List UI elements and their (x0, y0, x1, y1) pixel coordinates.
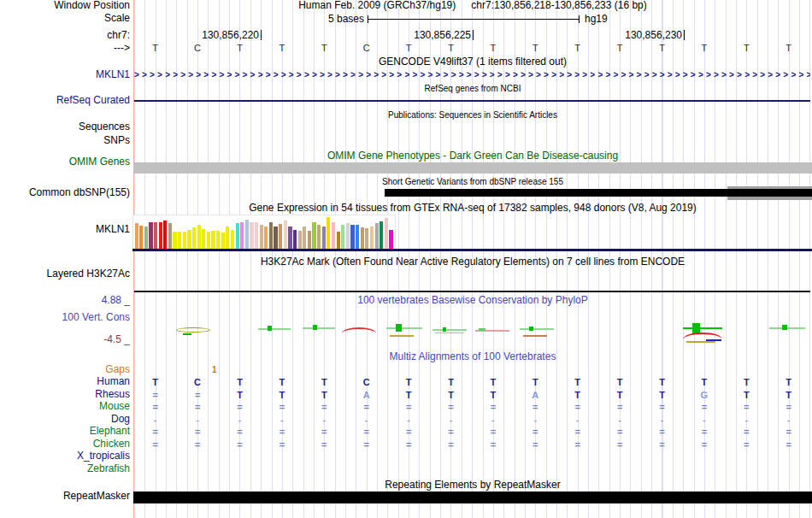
alignment-cell: = (782, 402, 796, 412)
alignment-cell: = (317, 402, 331, 412)
dbsnp-label: Common dbSNP(155) (0, 187, 130, 198)
alignment-cell: G (697, 390, 711, 400)
gtex-tissue-bar (260, 225, 263, 249)
alignment-cell: = (233, 427, 247, 437)
ruler-tick-label: 130,856,220 (180, 29, 259, 41)
gtex-tissue-bar (380, 221, 383, 249)
alignment-cell: = (656, 427, 669, 437)
species-label-rhesus[interactable]: Rhesus (0, 389, 130, 400)
gtex-tissue-bar (163, 221, 167, 249)
repeatmasker-bar[interactable] (133, 492, 812, 503)
refseq-curated-label[interactable]: RefSeq Curated (0, 95, 130, 106)
gtex-tissue-bar (211, 231, 215, 249)
window-position-value: Human Feb. 2009 (GRCh37/hg19)chr7:130,85… (134, 0, 811, 11)
gtex-tissue-bar (375, 223, 379, 249)
gtex-tissue-bar (322, 227, 326, 249)
alignment-cell: = (317, 439, 331, 450)
species-label-human[interactable]: Human (0, 376, 130, 387)
omim-genes-label[interactable]: OMIM Genes (0, 156, 130, 168)
dbsnp-track-title: Short Genetic Variants from dbSNP releas… (134, 176, 811, 187)
species-label-elephant[interactable]: Elephant (0, 426, 130, 437)
sequence-base: T (149, 43, 162, 53)
sequence-base: T (571, 43, 585, 53)
refseq-gene-line[interactable] (134, 100, 810, 102)
gtex-tissue-bar (327, 217, 330, 249)
sequence-base: T (317, 43, 331, 53)
species-label-gaps[interactable]: Gaps (0, 364, 130, 375)
alignment-cell: - (402, 415, 415, 425)
alignment-cell: - (697, 415, 711, 425)
genome-browser: Window Position Human Feb. 2009 (GRCh37/… (0, 0, 812, 518)
gtex-gene-label[interactable]: MKLN1 (0, 224, 130, 235)
omim-gene-bar[interactable] (133, 162, 812, 174)
alignment-cell: = (739, 439, 753, 450)
species-label-chicken[interactable]: Chicken (0, 439, 130, 450)
phylop-mark (303, 327, 335, 329)
gtex-tissue-bar (385, 218, 388, 249)
ruler-tick-mark (684, 30, 685, 40)
gtex-tissue-bar (332, 222, 335, 249)
sequence-base: T (233, 43, 247, 53)
alignment-cell: = (275, 439, 289, 450)
alignment-cell: = (613, 402, 627, 412)
scale-bar-left-tick (368, 15, 368, 23)
alignment-cell: = (656, 402, 669, 412)
sequence-base: T (739, 43, 753, 53)
alignment-cell: T (444, 390, 458, 400)
alignment-cell: - (656, 415, 669, 425)
position-range: chr7:130,856,218-130,856,233 (16 bp) (471, 0, 647, 11)
alignment-cell: = (360, 439, 374, 450)
gtex-tissue-bar (178, 232, 181, 249)
ruler-tick-mark (261, 30, 262, 40)
sequence-base: T (613, 43, 627, 53)
phylop-label[interactable]: 100 Vert. Cons (0, 312, 130, 323)
publications-track-title: Publications: Sequences in Scientific Ar… (134, 109, 811, 121)
gtex-tissue-bar (183, 232, 186, 249)
alignment-cell: = (697, 427, 711, 437)
alignment-cell: - (613, 415, 627, 425)
sequence-base: T (528, 43, 542, 53)
gtex-tissue-bar (341, 225, 344, 249)
alignment-cell: T (233, 377, 247, 387)
species-label-dog[interactable]: Dog (0, 414, 130, 425)
phylop-mark (686, 341, 715, 343)
gtex-tissue-bar (312, 222, 315, 249)
alignment-cell: = (275, 402, 289, 412)
gtex-tissue-bar (370, 227, 374, 249)
alignment-cell: = (402, 439, 415, 450)
scale-bar-right-tick (579, 15, 580, 23)
alignment-cell: T (528, 377, 542, 387)
phylop-mark (268, 326, 272, 331)
alignment-cell: = (571, 439, 585, 450)
gtex-tissue-bar (284, 221, 287, 249)
gencode-gene-label[interactable]: MKLN1 (0, 69, 130, 80)
alignment-cell: = (486, 439, 500, 450)
gtex-tissue-bar (288, 227, 291, 249)
publications-snps-label: SNPs (0, 135, 130, 146)
omim-track-title: OMIM Gene Phenotypes - Dark Green Can Be… (134, 150, 811, 162)
gtex-tissue-bar (154, 222, 157, 249)
phylop-mark (520, 328, 554, 330)
gtex-tissue-bar (317, 225, 321, 249)
phylop-mark (443, 327, 446, 332)
dbsnp-variant-bar-2[interactable] (727, 189, 812, 197)
species-label-mouse[interactable]: Mouse (0, 401, 130, 412)
sequence-base: C (360, 43, 374, 53)
alignment-cell: T (739, 377, 753, 387)
gtex-tissue-bar (144, 227, 148, 249)
species-label-x_tropicalis[interactable]: X_tropicalis (0, 450, 130, 462)
species-label-zebrafish[interactable]: Zebrafish (0, 463, 130, 474)
alignment-cell: = (571, 427, 585, 437)
repeatmasker-label: RepeatMasker (0, 491, 130, 502)
gap-count-marker: 1 (212, 365, 217, 374)
gencode-gene-track[interactable]: >>>>>>>>>>>>>>>>>>>>>>>>>>>>>>>>>>>>>>>>… (134, 69, 810, 80)
phylop-mark (782, 325, 787, 330)
h3k27ac-label[interactable]: Layered H3K27Ac (0, 268, 130, 280)
alignment-cell: = (486, 402, 500, 412)
phylop-lens-mark (176, 327, 210, 333)
phylop-mark (529, 327, 533, 331)
alignment-cell: - (191, 415, 204, 425)
gtex-tissue-bar (149, 222, 152, 249)
gtex-tissue-bar (231, 230, 234, 249)
refseq-track-title: RefSeq genes from NCBI (134, 83, 811, 94)
